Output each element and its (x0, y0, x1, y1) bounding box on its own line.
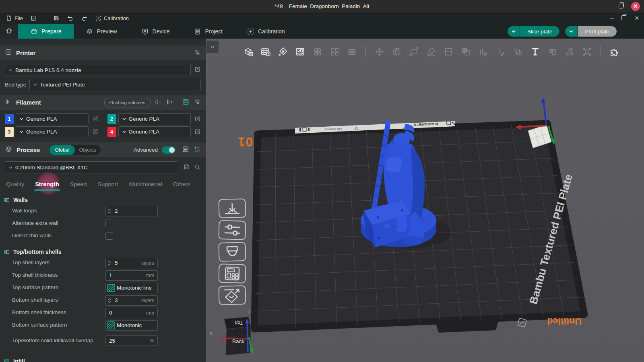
height-range-paint-icon[interactable] (478, 46, 489, 57)
seam-paint-icon[interactable] (564, 46, 575, 57)
process-tab-speed[interactable]: Speed (70, 181, 87, 187)
split-parts-icon[interactable] (329, 46, 340, 57)
color-paint-icon[interactable] (512, 46, 523, 57)
slice-options-dropdown[interactable] (508, 26, 520, 37)
filament-select-2[interactable]: Generic PLA (118, 113, 191, 124)
filament-color-swatch[interactable]: 1 (5, 114, 14, 124)
spinner-arrows[interactable] (106, 298, 112, 303)
param-input[interactable]: 0mm (105, 308, 158, 318)
file-menu[interactable]: File (4, 15, 25, 21)
filament-edit-icon[interactable] (92, 115, 99, 122)
move-icon[interactable] (374, 46, 385, 57)
tab-device[interactable]: Device (129, 24, 182, 39)
window-minimize-button[interactable]: – (604, 3, 611, 10)
scale-icon[interactable] (409, 46, 419, 57)
app-close-button[interactable]: ✕ (634, 15, 639, 21)
plugin-icon[interactable] (609, 46, 620, 57)
filament-color-swatch[interactable]: 3 (5, 127, 14, 137)
advanced-toggle[interactable] (162, 146, 175, 154)
view-cube[interactable]: Top Back X z (214, 309, 254, 355)
param-input[interactable]: 1mm (105, 270, 158, 281)
filament-color-swatch[interactable]: 2 (107, 114, 116, 124)
arrange-icon[interactable] (295, 46, 305, 57)
process-tab-quality[interactable]: Quality (6, 181, 24, 187)
cut-icon[interactable] (443, 46, 454, 57)
mesh-boolean-icon[interactable] (460, 46, 471, 57)
filament-select-1[interactable]: Generic PLA (16, 113, 89, 124)
printer-settings-icon[interactable] (194, 49, 201, 57)
lay-on-face-icon[interactable] (426, 46, 437, 57)
measure-icon[interactable] (547, 46, 558, 57)
slice-plate-button[interactable]: Slice plate (520, 26, 559, 37)
param-checkbox[interactable] (105, 220, 113, 227)
param-input[interactable]: 25% (105, 335, 158, 346)
adjust-tool[interactable] (218, 220, 246, 240)
flushing-volumes-button[interactable]: Flushing volumes (104, 98, 151, 107)
notes-menu-button[interactable] (29, 15, 38, 21)
ams-icon[interactable] (182, 98, 190, 107)
tab-project[interactable]: Project (182, 24, 235, 39)
print-options-dropdown[interactable] (565, 26, 577, 37)
filament-color-swatch[interactable]: 4 (107, 127, 116, 137)
process-tab-strength[interactable]: Strength (35, 181, 59, 187)
plate-name[interactable]: Untitled (547, 316, 582, 327)
window-close-button[interactable]: ✕ (631, 2, 640, 11)
process-tab-multimaterial[interactable]: Multimaterial (129, 181, 162, 187)
param-input[interactable]: 3layers (105, 295, 158, 306)
filament-edit-icon[interactable] (194, 115, 201, 122)
param-checkbox[interactable] (105, 232, 113, 240)
add-model-icon[interactable] (243, 46, 254, 57)
param-input[interactable]: Monotonic line (105, 283, 158, 293)
printer-edit-icon[interactable] (194, 66, 201, 74)
process-preset-select[interactable]: 0.20mm Standard @BBL X1C (5, 161, 178, 173)
scope-global-button[interactable]: Global (50, 145, 74, 155)
tab-prepare[interactable]: Prepare (18, 24, 74, 39)
text-tool-icon[interactable] (530, 46, 541, 57)
print-plate-button[interactable]: Print plate (578, 26, 617, 37)
auto-orient-icon[interactable] (277, 46, 288, 57)
spinner-arrows[interactable] (106, 208, 112, 214)
window-maximize-button[interactable] (617, 3, 625, 10)
filament-select-3[interactable]: Generic PLA (16, 126, 89, 137)
collapse-sidebar-button[interactable]: ‹› (206, 41, 219, 53)
filament-settings-icon[interactable] (194, 98, 201, 107)
add-plate-icon[interactable] (260, 46, 271, 57)
spinner-arrows[interactable] (106, 260, 112, 266)
param-input[interactable]: 5layers (105, 258, 158, 268)
tab-preview[interactable]: Preview (74, 24, 129, 39)
save-preset-icon[interactable] (183, 163, 190, 172)
split-objects-icon[interactable] (312, 46, 323, 57)
scope-objects-button[interactable]: Objects (75, 147, 101, 153)
assembly-list-icon[interactable] (347, 46, 357, 57)
orient-tool[interactable] (218, 285, 246, 305)
place-on-bed-tool[interactable] (218, 198, 246, 218)
filament-select-4[interactable]: Generic PLA (118, 126, 191, 137)
app-minimize-button[interactable]: – (610, 15, 613, 21)
rotate-icon[interactable] (391, 46, 402, 57)
save-button[interactable] (52, 15, 61, 21)
viewport-3d[interactable]: HOT SURFACE PLA/ABS/PET G 0 (206, 39, 644, 362)
tab-calibration[interactable]: Calibration (235, 24, 297, 39)
add-filament-icon[interactable] (166, 99, 174, 107)
param-input[interactable]: 2 (105, 206, 158, 216)
redo-button[interactable] (79, 15, 89, 22)
filament-edit-icon[interactable] (194, 128, 201, 135)
filament-edit-icon[interactable] (92, 128, 99, 135)
calibration-menu[interactable]: Calibration (93, 15, 130, 21)
home-button[interactable] (0, 24, 18, 39)
layout-tool[interactable] (218, 263, 246, 284)
undo-button[interactable] (65, 15, 75, 22)
param-input[interactable]: Monotonic (105, 320, 158, 331)
inspect-tool[interactable] (218, 242, 246, 262)
process-list-icon[interactable] (182, 146, 189, 154)
exploded-view-icon[interactable] (582, 46, 592, 57)
app-maximize-button[interactable] (621, 15, 626, 21)
support-paint-icon[interactable] (495, 46, 506, 57)
compare-presets-icon[interactable] (193, 146, 201, 154)
remove-filament-icon[interactable] (155, 99, 162, 107)
process-tab-others[interactable]: Others (173, 181, 191, 187)
search-preset-icon[interactable] (194, 163, 201, 172)
process-tab-support[interactable]: Support (98, 181, 118, 187)
printer-preset-select[interactable]: Bambu Lab P1S 0.4 nozzle (5, 64, 191, 76)
bed-type-select[interactable]: Textured PEI Plate (29, 79, 201, 90)
